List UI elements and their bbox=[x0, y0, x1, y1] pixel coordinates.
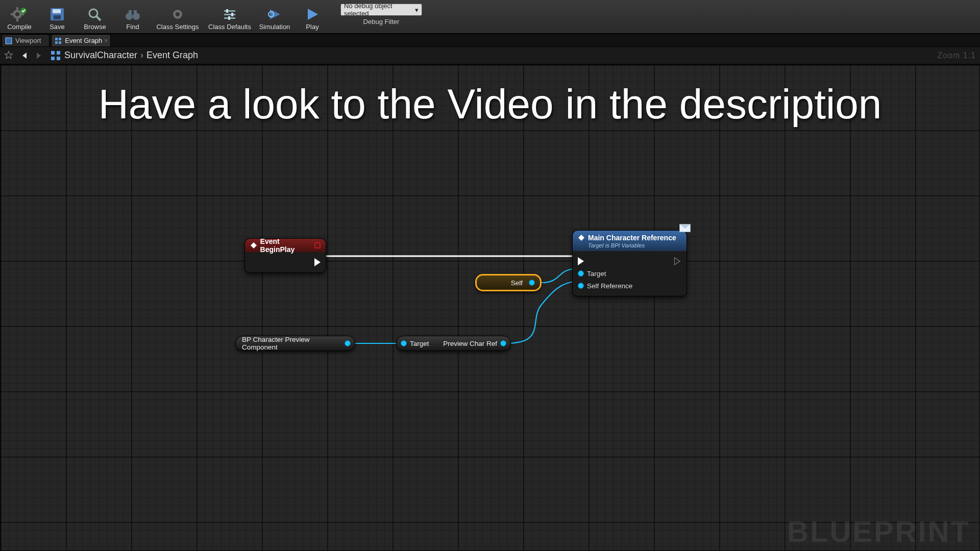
self-out-pin[interactable] bbox=[529, 280, 535, 286]
svg-rect-2 bbox=[16, 7, 18, 10]
exec-out-pin[interactable] bbox=[314, 258, 321, 266]
chevron-down-icon: ▾ bbox=[415, 6, 419, 14]
svg-rect-4 bbox=[11, 13, 13, 15]
node-event-beginplay-title: Event BeginPlay bbox=[260, 237, 315, 254]
play-button[interactable]: Play bbox=[295, 2, 330, 32]
svg-point-10 bbox=[89, 9, 97, 17]
svg-rect-28 bbox=[55, 38, 58, 40]
find-button[interactable]: Find bbox=[115, 2, 150, 32]
tabbar: Viewport Event Graph × bbox=[0, 34, 980, 47]
nav-forward-button[interactable] bbox=[32, 49, 45, 62]
svg-rect-15 bbox=[134, 10, 137, 15]
blueprint-watermark: BLUEPRINT bbox=[787, 514, 970, 548]
find-label: Find bbox=[126, 23, 139, 32]
close-icon[interactable]: × bbox=[104, 37, 108, 44]
pin-selfref-label: Self Reference bbox=[587, 282, 632, 290]
breadcrumb: SurvivalCharacter › Event Graph Zoom 1:1 bbox=[0, 47, 980, 64]
svg-rect-29 bbox=[59, 38, 61, 40]
getter-target-in-pin[interactable] bbox=[401, 340, 407, 346]
debug-object-select[interactable]: No debug object selected ▾ bbox=[340, 4, 422, 16]
compile-label: Compile bbox=[7, 23, 32, 32]
graph-icon bbox=[55, 37, 62, 44]
exec-out-pin[interactable] bbox=[674, 257, 680, 265]
bp-preview-comp-out-pin[interactable] bbox=[345, 340, 351, 346]
event-icon bbox=[250, 242, 257, 249]
node-event-beginplay[interactable]: Event BeginPlay bbox=[244, 238, 326, 273]
binoculars-icon bbox=[124, 7, 141, 22]
simulation-icon bbox=[266, 7, 283, 22]
node-main-char-ref-header: Main Character Reference Target is BPI V… bbox=[573, 231, 687, 251]
node-main-char-ref[interactable]: Main Character Reference Target is BPI V… bbox=[572, 230, 687, 296]
svg-point-17 bbox=[176, 12, 180, 16]
svg-marker-26 bbox=[308, 9, 318, 20]
svg-rect-14 bbox=[129, 10, 132, 15]
svg-marker-33 bbox=[37, 53, 41, 59]
debug-object-value: No debug object selected bbox=[344, 2, 415, 17]
browse-button[interactable]: Browse bbox=[78, 2, 112, 32]
svg-line-11 bbox=[96, 16, 101, 20]
zoom-label: Zoom 1:1 bbox=[937, 51, 976, 60]
class-defaults-button[interactable]: Class Defaults bbox=[205, 2, 254, 32]
floppy-icon bbox=[48, 7, 66, 22]
svg-rect-35 bbox=[57, 51, 60, 55]
target-in-pin[interactable] bbox=[578, 270, 584, 277]
magnifier-icon bbox=[86, 7, 104, 22]
self-label: Self bbox=[509, 279, 525, 287]
save-button[interactable]: Save bbox=[40, 2, 75, 32]
tab-viewport[interactable]: Viewport bbox=[2, 34, 50, 46]
class-defaults-label: Class Defaults bbox=[208, 23, 251, 32]
browse-label: Browse bbox=[84, 23, 106, 32]
svg-marker-39 bbox=[578, 235, 584, 241]
svg-rect-27 bbox=[6, 38, 12, 44]
node-self[interactable]: Self bbox=[475, 274, 542, 291]
svg-rect-37 bbox=[57, 57, 60, 60]
breadcrumb-nav bbox=[18, 49, 45, 62]
svg-rect-23 bbox=[228, 16, 230, 20]
simulation-label: Simulation bbox=[259, 23, 290, 32]
debug-filter: No debug object selected ▾ Debug Filter bbox=[340, 2, 422, 26]
svg-marker-24 bbox=[270, 9, 280, 19]
play-label: Play bbox=[306, 23, 318, 32]
svg-rect-19 bbox=[224, 14, 235, 15]
function-icon bbox=[578, 234, 585, 241]
graph-canvas[interactable]: Have a look to the Video in the descript… bbox=[0, 64, 980, 551]
svg-rect-18 bbox=[224, 10, 235, 12]
toolbar: Compile Save Browse Find Class Settings … bbox=[0, 0, 980, 34]
node-preview-char-ref-getter[interactable]: Target Preview Char Ref bbox=[396, 336, 511, 351]
save-label: Save bbox=[50, 23, 65, 32]
getter-target-label: Target bbox=[410, 340, 429, 347]
message-icon bbox=[679, 224, 691, 232]
breadcrumb-blueprint[interactable]: SurvivalCharacter bbox=[64, 50, 137, 61]
favorite-star-icon[interactable] bbox=[4, 51, 14, 61]
svg-rect-8 bbox=[53, 9, 61, 13]
svg-rect-36 bbox=[51, 57, 55, 60]
svg-rect-31 bbox=[59, 41, 61, 44]
node-main-char-ref-subtitle: Target is BPI Variables bbox=[588, 242, 676, 248]
class-settings-button[interactable]: Class Settings bbox=[153, 2, 202, 32]
svg-rect-34 bbox=[51, 51, 55, 55]
node-main-char-ref-title: Main Character Reference bbox=[588, 234, 676, 242]
node-bp-preview-component[interactable]: BP Character Preview Component bbox=[235, 336, 355, 351]
chevron-right-icon: › bbox=[140, 50, 143, 61]
svg-point-1 bbox=[15, 12, 19, 16]
getter-out-label: Preview Char Ref bbox=[443, 340, 497, 347]
nav-back-button[interactable] bbox=[18, 49, 32, 62]
overlay-caption: Have a look to the Video in the descript… bbox=[41, 78, 939, 131]
exec-in-pin[interactable] bbox=[578, 257, 584, 265]
tab-event-graph[interactable]: Event Graph × bbox=[51, 34, 111, 46]
svg-rect-21 bbox=[226, 9, 228, 13]
getter-out-pin[interactable] bbox=[500, 340, 506, 346]
svg-marker-32 bbox=[22, 53, 27, 59]
delegate-pin[interactable] bbox=[314, 242, 321, 248]
svg-rect-3 bbox=[16, 19, 18, 21]
selfref-in-pin[interactable] bbox=[578, 283, 584, 289]
sliders-icon bbox=[221, 7, 238, 22]
compile-button[interactable]: Compile bbox=[2, 2, 37, 32]
simulation-button[interactable]: Simulation bbox=[257, 2, 292, 32]
svg-rect-22 bbox=[231, 13, 233, 16]
play-icon bbox=[304, 7, 321, 22]
graph-canvas-wrap: Have a look to the Video in the descript… bbox=[0, 64, 980, 551]
tab-viewport-label: Viewport bbox=[15, 37, 41, 44]
breadcrumb-graph[interactable]: Event Graph bbox=[146, 50, 198, 61]
blueprint-nodes-icon bbox=[50, 50, 61, 61]
